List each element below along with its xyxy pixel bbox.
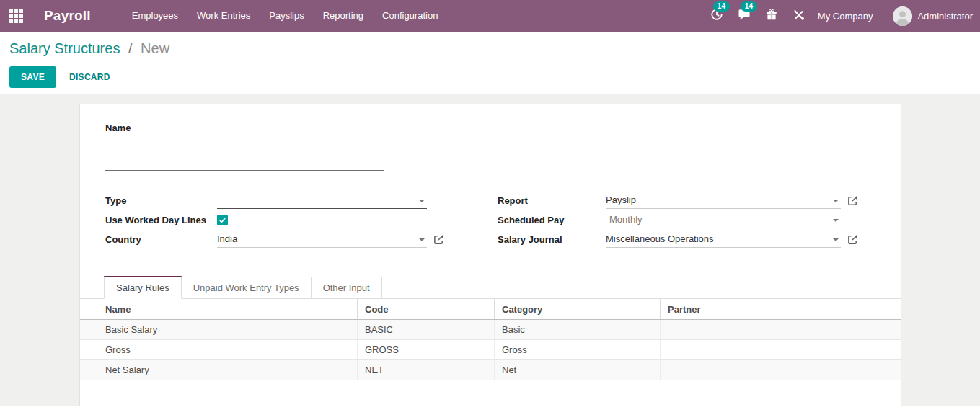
- column-header-category[interactable]: Category: [495, 299, 661, 319]
- report-field-row: Report Payslip: [498, 191, 865, 210]
- table-row[interactable]: Gross GROSS Gross: [80, 340, 901, 360]
- control-panel: Salary Structures / New SAVE DISCARD: [0, 32, 980, 94]
- country-open-record-button[interactable]: [433, 234, 451, 245]
- app-name[interactable]: Payroll: [44, 8, 91, 24]
- cell-partner: [661, 320, 901, 339]
- topbar: Payroll Employees Work Entries Payslips …: [0, 0, 980, 32]
- chevron-down-icon: [833, 238, 839, 241]
- field-column-left: Type Use Worked Day Lines: [105, 191, 490, 249]
- cell-code: BASIC: [358, 320, 495, 339]
- rewards-button[interactable]: [758, 8, 785, 24]
- salary-journal-field-row: Salary Journal Miscellaneous Operations: [498, 230, 865, 249]
- report-open-record-button[interactable]: [847, 195, 865, 206]
- cell-name: Net Salary: [80, 360, 358, 380]
- salary-journal-label: Salary Journal: [498, 234, 606, 245]
- content-area: Name Type: [0, 94, 980, 406]
- cell-category: Net: [495, 360, 661, 380]
- country-value: India: [217, 233, 237, 244]
- notebook-tabs: Salary Rules Unpaid Work Entry Types Oth…: [80, 276, 901, 299]
- cell-name: Basic Salary: [80, 320, 358, 339]
- user-name: Administrator: [917, 11, 973, 22]
- form-sheet: Name Type: [79, 104, 901, 406]
- chevron-down-icon: [833, 200, 839, 202]
- breadcrumb-separator: /: [128, 40, 133, 56]
- activities-button[interactable]: 14: [703, 8, 730, 24]
- activity-count-badge: 14: [713, 1, 730, 12]
- country-field-row: Country India: [105, 230, 451, 249]
- cell-name: Gross: [80, 340, 358, 359]
- tools-icon: [793, 9, 805, 24]
- messages-button[interactable]: 14: [730, 8, 758, 24]
- user-avatar: [893, 6, 912, 26]
- apps-menu-icon[interactable]: [9, 9, 23, 23]
- table-row[interactable]: Basic Salary BASIC Basic: [80, 320, 901, 340]
- name-label: Name: [105, 122, 875, 133]
- use-worked-day-lines-row: Use Worked Day Lines: [105, 210, 451, 230]
- tab-unpaid-work-entry-types[interactable]: Unpaid Work Entry Types: [182, 277, 312, 298]
- message-count-badge: 14: [741, 1, 757, 12]
- chevron-down-icon: [419, 200, 425, 202]
- name-input[interactable]: [105, 138, 384, 171]
- type-select[interactable]: [217, 192, 427, 209]
- scheduled-pay-select[interactable]: Monthly: [606, 212, 841, 228]
- salary-journal-open-record-button[interactable]: [847, 234, 865, 245]
- nav-payslips[interactable]: Payslips: [260, 0, 313, 32]
- column-header-name[interactable]: Name: [80, 299, 358, 319]
- tools-button[interactable]: [785, 9, 812, 24]
- report-value: Payslip: [606, 194, 636, 205]
- scheduled-pay-value: Monthly: [609, 214, 643, 225]
- payroll-app-window: Payroll Employees Work Entries Payslips …: [0, 0, 980, 407]
- cell-code: GROSS: [358, 340, 495, 359]
- topbar-right: 14 14 My Company: [703, 6, 973, 26]
- country-select[interactable]: India: [217, 231, 427, 248]
- checkmark-icon: [218, 216, 226, 224]
- report-select[interactable]: Payslip: [606, 192, 841, 209]
- user-menu[interactable]: Administrator: [893, 6, 973, 26]
- breadcrumb: Salary Structures / New: [9, 40, 980, 57]
- tab-other-input[interactable]: Other Input: [312, 277, 382, 298]
- type-label: Type: [105, 195, 217, 206]
- nav-work-entries[interactable]: Work Entries: [187, 0, 260, 32]
- discard-button[interactable]: DISCARD: [69, 72, 110, 82]
- column-header-code[interactable]: Code: [358, 299, 495, 319]
- type-field-row: Type: [105, 191, 451, 210]
- nav-reporting[interactable]: Reporting: [314, 0, 373, 32]
- scheduled-pay-field-row: Scheduled Pay Monthly: [498, 210, 865, 230]
- use-worked-day-lines-label: Use Worked Day Lines: [105, 215, 217, 225]
- nav-configuration[interactable]: Configuration: [373, 0, 447, 32]
- save-button[interactable]: SAVE: [9, 66, 56, 88]
- cell-category: Gross: [495, 340, 661, 359]
- external-link-icon: [847, 195, 858, 206]
- cell-code: NET: [358, 360, 495, 380]
- column-header-partner[interactable]: Partner: [661, 299, 901, 319]
- field-grid: Type Use Worked Day Lines: [80, 191, 901, 249]
- external-link-icon: [433, 234, 444, 245]
- gift-icon: [765, 8, 778, 24]
- chevron-down-icon: [833, 219, 839, 222]
- breadcrumb-current: New: [141, 40, 169, 56]
- country-label: Country: [105, 234, 217, 245]
- company-switcher[interactable]: My Company: [818, 11, 873, 22]
- control-panel-buttons: SAVE DISCARD: [9, 66, 980, 88]
- cell-partner: [661, 360, 901, 380]
- text-cursor: [107, 140, 107, 170]
- table-row[interactable]: Net Salary NET Net: [80, 360, 901, 380]
- main-nav: Employees Work Entries Payslips Reportin…: [123, 0, 448, 32]
- report-label: Report: [498, 195, 606, 206]
- external-link-icon: [847, 234, 858, 245]
- name-field-group: Name: [80, 104, 901, 171]
- cell-partner: [661, 340, 901, 359]
- nav-employees[interactable]: Employees: [123, 0, 187, 32]
- breadcrumb-parent[interactable]: Salary Structures: [9, 40, 120, 56]
- field-column-right: Report Payslip Scheduled Pay Monthly: [490, 191, 875, 249]
- chevron-down-icon: [419, 238, 425, 241]
- use-worked-day-lines-checkbox[interactable]: [217, 215, 228, 225]
- table-header-row: Name Code Category Partner: [80, 299, 901, 320]
- salary-rules-table: Name Code Category Partner Basic Salary …: [80, 299, 901, 380]
- cell-category: Basic: [495, 320, 661, 339]
- salary-journal-select[interactable]: Miscellaneous Operations: [606, 231, 841, 248]
- scheduled-pay-label: Scheduled Pay: [498, 215, 606, 225]
- tab-salary-rules[interactable]: Salary Rules: [104, 276, 182, 299]
- salary-journal-value: Miscellaneous Operations: [606, 233, 714, 244]
